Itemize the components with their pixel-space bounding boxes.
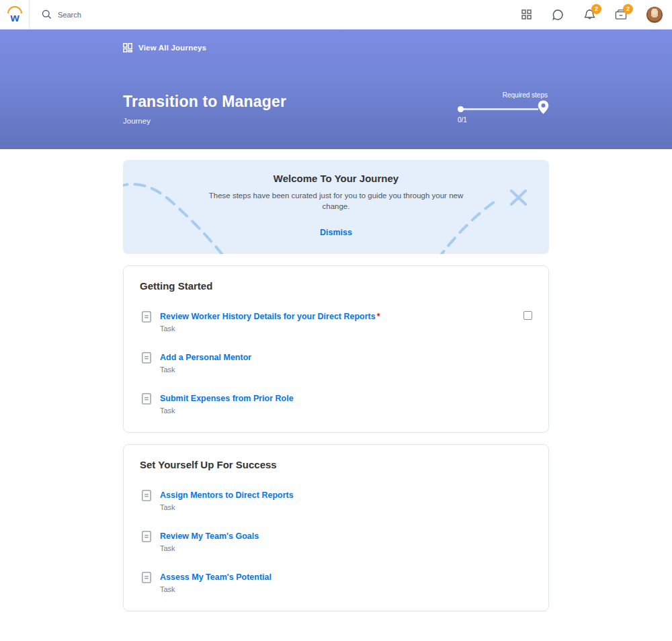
task-document-icon xyxy=(142,352,151,364)
notifications-bell-icon[interactable]: 2 xyxy=(583,9,595,21)
top-bar: w Search 2 xyxy=(0,0,672,30)
task-document-icon xyxy=(142,311,151,323)
task-type-label: Task xyxy=(160,585,532,593)
section-title: Getting Started xyxy=(140,280,532,292)
journey-section-card: Set Yourself Up For Success Assign Mento… xyxy=(123,444,549,611)
journey-header: View All Journeys Transition to Manager … xyxy=(0,30,672,149)
task-checkbox[interactable] xyxy=(523,311,532,320)
inbox-badge: 2 xyxy=(623,4,633,14)
task-row: Review Worker History Details for your D… xyxy=(140,310,532,333)
chat-icon[interactable] xyxy=(552,9,564,21)
inbox-icon[interactable]: 2 xyxy=(615,9,627,21)
profile-avatar[interactable] xyxy=(646,7,663,23)
dismiss-button[interactable]: Dismiss xyxy=(320,228,352,237)
page-title: Transition to Manager xyxy=(123,93,286,111)
required-asterisk: * xyxy=(377,312,380,321)
task-type-label: Task xyxy=(160,407,532,415)
journey-sections: Getting Started Review Worker History De… xyxy=(123,265,549,611)
x-marks-the-spot-icon xyxy=(511,191,526,204)
notifications-badge: 2 xyxy=(591,4,601,14)
task-list: Assign Mentors to Direct Reports Task Re… xyxy=(140,488,532,593)
page-subtitle: Journey xyxy=(123,117,286,125)
progress-pin-icon xyxy=(538,100,549,114)
workday-logo[interactable]: w xyxy=(0,0,30,29)
task-document-icon xyxy=(142,531,151,542)
task-row: Assign Mentors to Direct Reports Task xyxy=(140,488,532,511)
required-steps-progress: Required steps 0/1 xyxy=(458,91,549,124)
task-list: Review Worker History Details for your D… xyxy=(140,310,532,415)
progress-count: 0/1 xyxy=(458,116,549,124)
search-bar[interactable]: Search xyxy=(30,9,520,19)
section-title: Set Yourself Up For Success xyxy=(140,459,532,470)
task-link[interactable]: Assign Mentors to Direct Reports xyxy=(160,490,294,500)
task-link[interactable]: Review My Team's Goals xyxy=(160,531,259,541)
task-type-label: Task xyxy=(160,325,523,333)
journeys-grid-icon xyxy=(123,43,132,52)
apps-grid-icon[interactable] xyxy=(520,9,532,21)
progress-track xyxy=(463,108,538,110)
task-link[interactable]: Add a Personal Mentor xyxy=(160,353,251,362)
task-link[interactable]: Submit Expenses from Prior Role xyxy=(160,394,294,403)
task-type-label: Task xyxy=(160,503,532,511)
view-all-journeys-label: View All Journeys xyxy=(138,44,206,52)
task-row: Review My Team's Goals Task xyxy=(140,529,532,552)
journey-section-card: Getting Started Review Worker History De… xyxy=(123,265,549,433)
view-all-journeys-link[interactable]: View All Journeys xyxy=(123,43,206,52)
task-type-label: Task xyxy=(160,366,532,374)
task-link[interactable]: Review Worker History Details for your D… xyxy=(160,312,376,321)
progress-label: Required steps xyxy=(458,91,549,99)
search-icon xyxy=(42,9,52,19)
task-row: Add a Personal Mentor Task xyxy=(140,351,532,374)
task-document-icon xyxy=(142,572,151,583)
welcome-body: These steps have been curated just for y… xyxy=(208,190,464,212)
task-document-icon xyxy=(142,393,151,404)
task-type-label: Task xyxy=(160,544,532,552)
welcome-banner: Welcome To Your Journey These steps have… xyxy=(123,160,549,254)
welcome-title: Welcome To Your Journey xyxy=(123,173,549,184)
task-row: Submit Expenses from Prior Role Task xyxy=(140,392,532,415)
task-document-icon xyxy=(142,490,151,501)
task-link[interactable]: Assess My Team's Potential xyxy=(160,572,271,582)
task-row: Assess My Team's Potential Task xyxy=(140,570,532,593)
workday-logo-w-icon: w xyxy=(7,11,23,25)
search-input[interactable]: Search xyxy=(58,11,81,19)
